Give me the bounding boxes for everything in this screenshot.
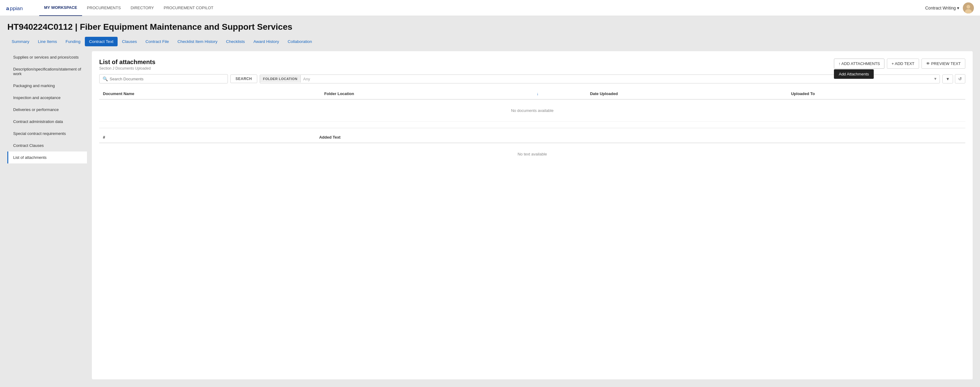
documents-table: Document Name Folder Location ↓ Date Upl…: [99, 88, 965, 122]
sidebar-item-description[interactable]: Description/specifications/statement of …: [7, 63, 87, 80]
text-table-header-row: # Added Text: [99, 132, 965, 143]
documents-table-header-row: Document Name Folder Location ↓ Date Upl…: [99, 88, 965, 99]
tab-clauses[interactable]: Clauses: [118, 37, 141, 46]
filter-button[interactable]: ▼: [942, 75, 953, 83]
col-number: #: [99, 132, 315, 143]
nav-procurement-copilot[interactable]: PROCUREMENT COPILOT: [159, 0, 218, 16]
sidebar-item-inspection[interactable]: Inspection and acceptance: [7, 92, 87, 104]
col-added-text: Added Text: [315, 132, 965, 143]
nav-procurements[interactable]: PROCUREMENTS: [82, 0, 126, 16]
tab-checklists[interactable]: Checklists: [222, 37, 249, 46]
add-text-button[interactable]: + ADD TEXT: [887, 59, 919, 69]
content-panel: List of attachments Section J Documents …: [92, 51, 973, 379]
preview-text-button[interactable]: 👁 PREVIEW TEXT: [921, 59, 965, 69]
add-attachments-dropdown[interactable]: Add Attachments: [834, 69, 874, 79]
svg-text:a: a: [6, 5, 9, 11]
contract-writing-menu[interactable]: Contract Writing ▾: [925, 5, 959, 10]
tab-bar: Summary Line Items Funding Contract Text…: [0, 37, 980, 46]
no-text-row: No text available: [99, 143, 965, 165]
col-date-uploaded: Date Uploaded: [586, 88, 788, 99]
sidebar-item-deliveries[interactable]: Deliveries or performance: [7, 104, 87, 116]
add-attachments-button[interactable]: ↑ ADD ATTACHMENTS: [834, 59, 885, 69]
top-nav: a ppian MY WORKSPACE PROCUREMENTS DIRECT…: [0, 0, 980, 16]
search-input-wrapper: 🔍: [99, 74, 228, 83]
nav-directory[interactable]: DIRECTORY: [126, 0, 159, 16]
col-folder-location: Folder Location: [321, 88, 533, 99]
col-sort[interactable]: ↓: [533, 88, 586, 99]
tab-funding[interactable]: Funding: [61, 37, 85, 46]
tab-line-items[interactable]: Line Items: [34, 37, 61, 46]
sidebar-item-list-of-attachments[interactable]: List of attachments: [7, 152, 87, 163]
tab-contract-file[interactable]: Contract File: [141, 37, 173, 46]
svg-point-3: [967, 5, 970, 9]
content-actions: ↑ ADD ATTACHMENTS Add Attachments + ADD …: [834, 59, 965, 69]
text-table: # Added Text No text available: [99, 132, 965, 165]
sidebar-item-contract-clauses[interactable]: Contract Clauses: [7, 139, 87, 152]
add-attachments-wrapper: ↑ ADD ATTACHMENTS Add Attachments: [834, 59, 885, 69]
nav-right: Contract Writing ▾: [925, 2, 974, 13]
tab-summary[interactable]: Summary: [7, 37, 34, 46]
search-button[interactable]: SEARCH: [230, 75, 257, 83]
folder-location-label: FOLDER LOCATION: [260, 75, 301, 83]
appian-logo[interactable]: a ppian: [6, 4, 30, 12]
sidebar: Supplies or services and prices/costs De…: [7, 51, 87, 379]
no-documents-message: No documents available: [99, 99, 965, 122]
tab-award-history[interactable]: Award History: [249, 37, 283, 46]
nav-links: MY WORKSPACE PROCUREMENTS DIRECTORY PROC…: [39, 0, 925, 16]
no-text-message: No text available: [99, 143, 965, 165]
page-header: HT940224C0112 | Fiber Equipment Maintena…: [0, 16, 980, 32]
page-title: HT940224C0112 | Fiber Equipment Maintena…: [7, 22, 973, 32]
sidebar-item-supplies[interactable]: Supplies or services and prices/costs: [7, 51, 87, 63]
table-divider: [99, 128, 965, 128]
refresh-button[interactable]: ↺: [955, 74, 965, 83]
sidebar-item-contract-admin[interactable]: Contract administration data: [7, 116, 87, 128]
sidebar-item-special-requirements[interactable]: Special contract requirements: [7, 128, 87, 139]
folder-chevron-icon: ▼: [931, 77, 940, 81]
svg-text:ppian: ppian: [10, 5, 23, 11]
content-title: List of attachments: [99, 59, 155, 66]
main-layout: Supplies or services and prices/costs De…: [0, 46, 980, 384]
content-subtitle: Section J Documents Uploaded: [99, 66, 155, 70]
search-bar-right: ▼ ↺: [942, 74, 965, 83]
nav-my-workspace[interactable]: MY WORKSPACE: [39, 0, 82, 16]
sidebar-item-packaging[interactable]: Packaging and marking: [7, 80, 87, 92]
tab-contract-text[interactable]: Contract Text: [85, 37, 118, 46]
content-title-area: List of attachments Section J Documents …: [99, 59, 155, 70]
content-header: List of attachments Section J Documents …: [99, 59, 965, 70]
search-input[interactable]: [110, 77, 224, 81]
refresh-icon: ↺: [958, 76, 962, 81]
tab-checklist-item-history[interactable]: Checklist Item History: [173, 37, 222, 46]
user-avatar[interactable]: [963, 2, 974, 13]
col-document-name: Document Name: [99, 88, 321, 99]
search-icon: 🔍: [103, 76, 108, 81]
tab-collaboration[interactable]: Collaboration: [283, 37, 317, 46]
no-documents-row: No documents available: [99, 99, 965, 122]
col-uploaded-to: Uploaded To: [788, 88, 965, 99]
filter-icon: ▼: [946, 77, 950, 81]
